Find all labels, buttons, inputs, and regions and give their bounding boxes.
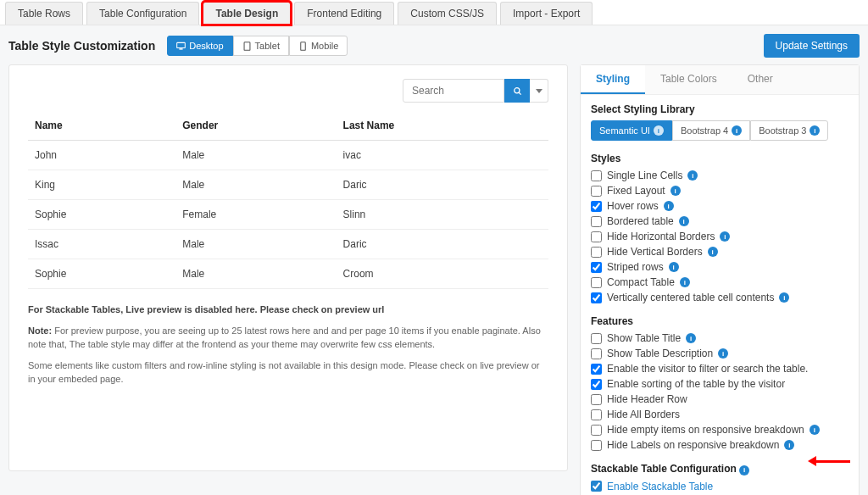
info-icon[interactable]: i	[739, 465, 749, 476]
style-option[interactable]: Vertically centered table cell contents …	[591, 292, 849, 303]
info-icon[interactable]: i	[669, 262, 679, 272]
tab-custom-css-js[interactable]: Custom CSS/JS	[398, 2, 497, 25]
search-input[interactable]	[403, 79, 504, 103]
style-option[interactable]: Hide Vertical Borders i	[591, 246, 849, 258]
svg-line-5	[519, 92, 520, 94]
style-option[interactable]: Fixed Layout i	[591, 185, 849, 197]
info-icon[interactable]: i	[664, 201, 674, 211]
settings-tabs: Styling Table Colors Other	[581, 65, 859, 95]
chevron-down-icon	[536, 89, 542, 93]
tab-styling[interactable]: Styling	[581, 65, 645, 94]
svg-rect-1	[180, 48, 183, 49]
tab-table-configuration[interactable]: Table Configuration	[86, 2, 199, 25]
tab-import-export[interactable]: Import - Export	[500, 2, 593, 25]
table-row: SophieMaleCroom	[28, 259, 548, 289]
search-options-button[interactable]	[530, 79, 548, 103]
preview-card: Name Gender Last Name JohnMaleivac KingM…	[8, 64, 568, 471]
table-row: KingMaleDaric	[28, 170, 548, 200]
feature-option[interactable]: Hide Labels on responsive breakdown i	[591, 439, 849, 451]
info-icon[interactable]: i	[810, 425, 820, 435]
info-icon[interactable]: i	[718, 348, 728, 359]
info-icon[interactable]: i	[720, 231, 730, 242]
feature-option[interactable]: Show Table Title i	[591, 332, 849, 344]
heading-styling-library: Select Styling Library	[591, 103, 849, 115]
lib-bootstrap4[interactable]: Bootstrap 4 i	[672, 120, 750, 141]
info-icon[interactable]: i	[679, 216, 689, 226]
device-mobile-label: Mobile	[311, 41, 338, 51]
note-stackable: For Stackable Tables, Live preview is di…	[28, 304, 384, 314]
page-title: Table Style Customization	[8, 39, 155, 53]
device-tablet-label: Tablet	[255, 41, 280, 51]
lib-semantic-ui[interactable]: Semantic UI i	[591, 120, 672, 141]
info-icon: i	[654, 125, 664, 136]
heading-styles: Styles	[591, 153, 849, 164]
top-tabs: Table Rows Table Configuration Table Des…	[0, 0, 868, 25]
table-row: SophieFemaleSlinn	[28, 200, 548, 230]
device-desktop-label: Desktop	[189, 41, 223, 51]
page-bar: Table Style Customization Desktop Tablet…	[0, 25, 868, 64]
heading-features: Features	[591, 315, 849, 327]
note-body: For preview purpose, you are seeing up t…	[28, 325, 541, 350]
tab-table-colors[interactable]: Table Colors	[645, 65, 732, 94]
svg-point-4	[514, 87, 519, 92]
device-tablet[interactable]: Tablet	[233, 36, 289, 56]
search-button[interactable]	[504, 79, 530, 103]
feature-option[interactable]: Hide All Borders	[591, 409, 849, 420]
tab-table-rows[interactable]: Table Rows	[5, 2, 83, 25]
feature-option[interactable]: Enable the visitor to filter or search t…	[591, 363, 849, 375]
feature-option[interactable]: Hide empty items on responsive breakdown…	[591, 424, 849, 436]
tab-table-design[interactable]: Table Design	[203, 2, 291, 25]
device-desktop[interactable]: Desktop	[167, 36, 232, 56]
info-icon[interactable]: i	[687, 170, 698, 181]
style-option[interactable]: Single Line Cells i	[591, 170, 849, 181]
feature-option[interactable]: Enable sorting of the table by the visit…	[591, 378, 849, 390]
search-icon	[513, 86, 522, 96]
style-option[interactable]: Striped rows i	[591, 261, 849, 273]
annotation-arrow	[808, 456, 850, 466]
desktop-icon	[176, 42, 186, 51]
tab-other[interactable]: Other	[732, 65, 788, 94]
lib-bootstrap3[interactable]: Bootstrap 3 i	[750, 120, 828, 141]
style-option[interactable]: Compact Table i	[591, 276, 849, 288]
info-icon[interactable]: i	[670, 186, 681, 196]
col-lastname[interactable]: Last Name	[337, 111, 548, 141]
device-switcher: Desktop Tablet Mobile	[167, 36, 348, 56]
col-name[interactable]: Name	[28, 111, 175, 141]
info-icon: i	[732, 125, 742, 136]
info-icon: i	[810, 125, 820, 136]
tab-frontend-editing[interactable]: Frontend Editing	[294, 2, 394, 25]
col-gender[interactable]: Gender	[175, 111, 336, 141]
style-option[interactable]: Hide Horizontal Borders i	[591, 231, 849, 242]
styling-library-options: Semantic UI i Bootstrap 4 i Bootstrap 3 …	[591, 120, 849, 141]
mobile-icon	[298, 42, 308, 51]
preview-notes: For Stackable Tables, Live preview is di…	[28, 303, 548, 387]
table-row: IssacMaleDaric	[28, 230, 548, 259]
tablet-icon	[242, 42, 252, 51]
style-option[interactable]: Hover rows i	[591, 200, 849, 212]
settings-panel: Styling Table Colors Other Select Stylin…	[580, 64, 860, 495]
info-icon[interactable]: i	[779, 292, 789, 303]
info-icon[interactable]: i	[686, 333, 696, 343]
style-option[interactable]: Bordered table i	[591, 215, 849, 227]
note-label: Note:	[28, 325, 52, 336]
svg-rect-3	[301, 42, 306, 50]
table-row: JohnMaleivac	[28, 141, 548, 170]
preview-table: Name Gender Last Name JohnMaleivac KingM…	[28, 111, 548, 289]
update-settings-button[interactable]: Update Settings	[764, 34, 860, 58]
device-mobile[interactable]: Mobile	[289, 36, 348, 56]
feature-option[interactable]: Hide Header Row	[591, 393, 849, 405]
note-elements: Some elements like custom filters and ro…	[28, 359, 548, 387]
feature-option[interactable]: Show Table Description i	[591, 348, 849, 359]
svg-rect-2	[244, 42, 250, 50]
info-icon[interactable]: i	[680, 277, 690, 287]
enable-stackable-checkbox[interactable]: Enable Stackable Table	[591, 481, 849, 492]
info-icon[interactable]: i	[784, 440, 794, 450]
info-icon[interactable]: i	[708, 247, 718, 257]
svg-rect-0	[177, 42, 186, 47]
